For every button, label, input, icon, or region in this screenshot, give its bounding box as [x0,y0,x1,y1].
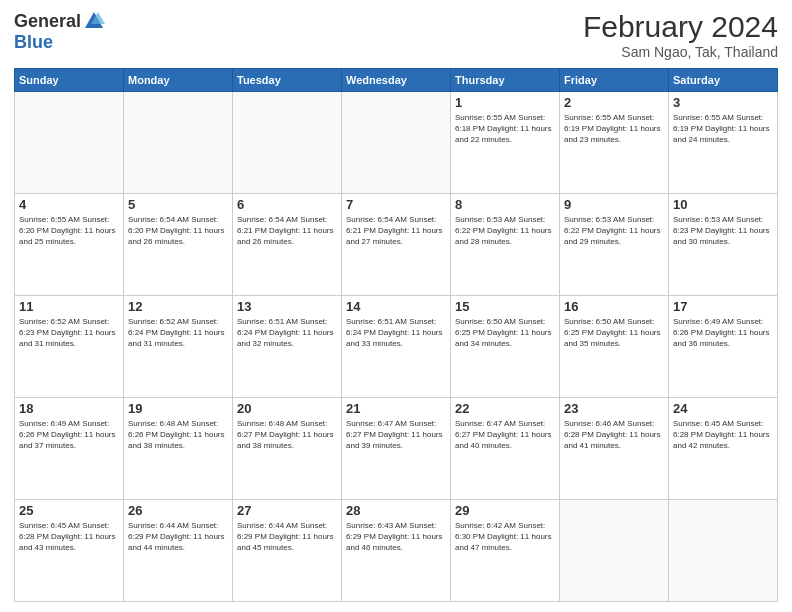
calendar-week-row: 4Sunrise: 6:55 AM Sunset: 6:20 PM Daylig… [15,194,778,296]
day-info: Sunrise: 6:49 AM Sunset: 6:26 PM Dayligh… [19,418,119,452]
calendar-cell: 14Sunrise: 6:51 AM Sunset: 6:24 PM Dayli… [342,296,451,398]
calendar-cell: 6Sunrise: 6:54 AM Sunset: 6:21 PM Daylig… [233,194,342,296]
day-info: Sunrise: 6:43 AM Sunset: 6:29 PM Dayligh… [346,520,446,554]
day-number: 8 [455,197,555,212]
day-info: Sunrise: 6:55 AM Sunset: 6:19 PM Dayligh… [564,112,664,146]
day-info: Sunrise: 6:50 AM Sunset: 6:25 PM Dayligh… [455,316,555,350]
day-number: 11 [19,299,119,314]
calendar-cell: 12Sunrise: 6:52 AM Sunset: 6:24 PM Dayli… [124,296,233,398]
logo: General Blue [14,10,105,53]
calendar-cell: 3Sunrise: 6:55 AM Sunset: 6:19 PM Daylig… [669,92,778,194]
day-number: 14 [346,299,446,314]
day-number: 5 [128,197,228,212]
day-info: Sunrise: 6:42 AM Sunset: 6:30 PM Dayligh… [455,520,555,554]
calendar-cell: 28Sunrise: 6:43 AM Sunset: 6:29 PM Dayli… [342,500,451,602]
calendar-cell [233,92,342,194]
day-number: 6 [237,197,337,212]
day-number: 22 [455,401,555,416]
day-info: Sunrise: 6:50 AM Sunset: 6:25 PM Dayligh… [564,316,664,350]
day-info: Sunrise: 6:47 AM Sunset: 6:27 PM Dayligh… [346,418,446,452]
main-title: February 2024 [583,10,778,44]
calendar-cell: 21Sunrise: 6:47 AM Sunset: 6:27 PM Dayli… [342,398,451,500]
subtitle: Sam Ngao, Tak, Thailand [583,44,778,60]
day-info: Sunrise: 6:53 AM Sunset: 6:22 PM Dayligh… [564,214,664,248]
day-number: 21 [346,401,446,416]
day-number: 29 [455,503,555,518]
day-info: Sunrise: 6:47 AM Sunset: 6:27 PM Dayligh… [455,418,555,452]
day-number: 13 [237,299,337,314]
calendar-day-header: Wednesday [342,69,451,92]
day-number: 23 [564,401,664,416]
calendar-cell: 20Sunrise: 6:48 AM Sunset: 6:27 PM Dayli… [233,398,342,500]
calendar-week-row: 25Sunrise: 6:45 AM Sunset: 6:28 PM Dayli… [15,500,778,602]
calendar-cell: 1Sunrise: 6:55 AM Sunset: 6:18 PM Daylig… [451,92,560,194]
calendar-cell [15,92,124,194]
calendar-week-row: 11Sunrise: 6:52 AM Sunset: 6:23 PM Dayli… [15,296,778,398]
calendar-cell: 11Sunrise: 6:52 AM Sunset: 6:23 PM Dayli… [15,296,124,398]
day-number: 7 [346,197,446,212]
calendar-table: SundayMondayTuesdayWednesdayThursdayFrid… [14,68,778,602]
day-info: Sunrise: 6:54 AM Sunset: 6:21 PM Dayligh… [346,214,446,248]
page: General Blue February 2024 Sam Ngao, Tak… [0,0,792,612]
calendar-cell: 17Sunrise: 6:49 AM Sunset: 6:26 PM Dayli… [669,296,778,398]
day-info: Sunrise: 6:54 AM Sunset: 6:20 PM Dayligh… [128,214,228,248]
calendar-cell: 29Sunrise: 6:42 AM Sunset: 6:30 PM Dayli… [451,500,560,602]
day-number: 28 [346,503,446,518]
calendar-cell: 22Sunrise: 6:47 AM Sunset: 6:27 PM Dayli… [451,398,560,500]
day-number: 10 [673,197,773,212]
day-number: 15 [455,299,555,314]
calendar-cell: 26Sunrise: 6:44 AM Sunset: 6:29 PM Dayli… [124,500,233,602]
day-info: Sunrise: 6:53 AM Sunset: 6:22 PM Dayligh… [455,214,555,248]
calendar-cell: 13Sunrise: 6:51 AM Sunset: 6:24 PM Dayli… [233,296,342,398]
day-number: 16 [564,299,664,314]
header: General Blue February 2024 Sam Ngao, Tak… [14,10,778,60]
day-info: Sunrise: 6:52 AM Sunset: 6:24 PM Dayligh… [128,316,228,350]
calendar-cell: 25Sunrise: 6:45 AM Sunset: 6:28 PM Dayli… [15,500,124,602]
day-number: 24 [673,401,773,416]
day-info: Sunrise: 6:51 AM Sunset: 6:24 PM Dayligh… [237,316,337,350]
logo-blue-text: Blue [14,32,53,53]
calendar-day-header: Sunday [15,69,124,92]
calendar-cell: 18Sunrise: 6:49 AM Sunset: 6:26 PM Dayli… [15,398,124,500]
calendar-cell: 16Sunrise: 6:50 AM Sunset: 6:25 PM Dayli… [560,296,669,398]
title-section: February 2024 Sam Ngao, Tak, Thailand [583,10,778,60]
calendar-cell: 7Sunrise: 6:54 AM Sunset: 6:21 PM Daylig… [342,194,451,296]
logo-general-text: General [14,11,81,32]
day-number: 9 [564,197,664,212]
day-number: 3 [673,95,773,110]
day-number: 4 [19,197,119,212]
calendar-cell: 27Sunrise: 6:44 AM Sunset: 6:29 PM Dayli… [233,500,342,602]
day-info: Sunrise: 6:44 AM Sunset: 6:29 PM Dayligh… [237,520,337,554]
calendar-cell: 10Sunrise: 6:53 AM Sunset: 6:23 PM Dayli… [669,194,778,296]
calendar-cell: 15Sunrise: 6:50 AM Sunset: 6:25 PM Dayli… [451,296,560,398]
calendar-cell: 2Sunrise: 6:55 AM Sunset: 6:19 PM Daylig… [560,92,669,194]
calendar-day-header: Saturday [669,69,778,92]
day-info: Sunrise: 6:55 AM Sunset: 6:19 PM Dayligh… [673,112,773,146]
calendar-cell: 4Sunrise: 6:55 AM Sunset: 6:20 PM Daylig… [15,194,124,296]
calendar-cell: 24Sunrise: 6:45 AM Sunset: 6:28 PM Dayli… [669,398,778,500]
calendar-week-row: 1Sunrise: 6:55 AM Sunset: 6:18 PM Daylig… [15,92,778,194]
day-number: 25 [19,503,119,518]
day-number: 26 [128,503,228,518]
day-info: Sunrise: 6:51 AM Sunset: 6:24 PM Dayligh… [346,316,446,350]
day-info: Sunrise: 6:44 AM Sunset: 6:29 PM Dayligh… [128,520,228,554]
day-info: Sunrise: 6:55 AM Sunset: 6:20 PM Dayligh… [19,214,119,248]
calendar-day-header: Friday [560,69,669,92]
day-number: 18 [19,401,119,416]
day-number: 12 [128,299,228,314]
day-number: 1 [455,95,555,110]
calendar-cell [342,92,451,194]
day-info: Sunrise: 6:55 AM Sunset: 6:18 PM Dayligh… [455,112,555,146]
calendar-cell: 9Sunrise: 6:53 AM Sunset: 6:22 PM Daylig… [560,194,669,296]
calendar-header-row: SundayMondayTuesdayWednesdayThursdayFrid… [15,69,778,92]
day-number: 19 [128,401,228,416]
day-info: Sunrise: 6:48 AM Sunset: 6:26 PM Dayligh… [128,418,228,452]
day-number: 17 [673,299,773,314]
calendar-cell: 5Sunrise: 6:54 AM Sunset: 6:20 PM Daylig… [124,194,233,296]
day-number: 20 [237,401,337,416]
logo-icon [83,10,105,32]
calendar-cell [124,92,233,194]
day-info: Sunrise: 6:45 AM Sunset: 6:28 PM Dayligh… [19,520,119,554]
calendar-week-row: 18Sunrise: 6:49 AM Sunset: 6:26 PM Dayli… [15,398,778,500]
calendar-cell: 8Sunrise: 6:53 AM Sunset: 6:22 PM Daylig… [451,194,560,296]
